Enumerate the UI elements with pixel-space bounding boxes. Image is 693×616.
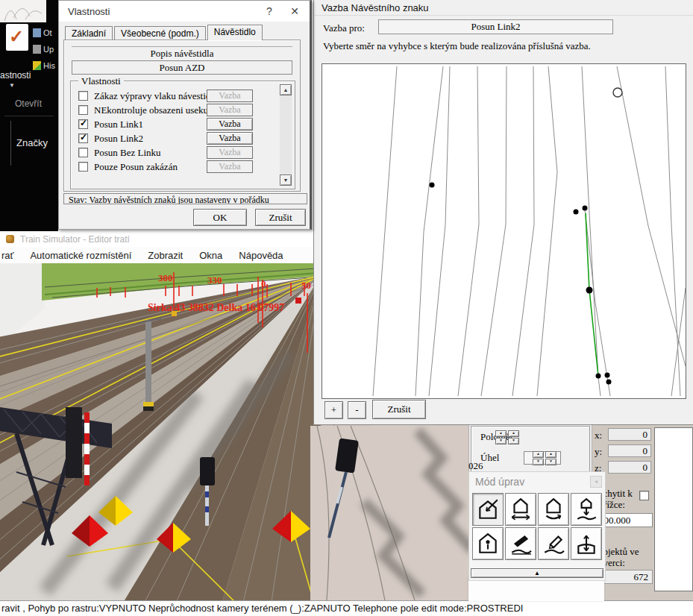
snap-checkbox[interactable] [639, 491, 649, 500]
tool-paint-terrain-button[interactable] [538, 527, 569, 560]
tool-move-button[interactable] [505, 493, 536, 526]
properties-groupbox: Vlastnosti Zákaz výpravy vlaku návestidl… [70, 81, 295, 189]
geometry-groupbox: Poloměr ▲▼ ▲▼ Úhel ▲▼ ▲▼ [471, 426, 590, 478]
menu-item-windows[interactable]: Okna [199, 250, 222, 261]
zoom-in-button[interactable]: + [324, 401, 343, 419]
spin-up-button[interactable]: ▲ [495, 430, 507, 437]
checkbox[interactable] [78, 162, 88, 172]
property-label: Posun Link2 [94, 133, 143, 145]
y-label: y: [595, 446, 602, 458]
radius-spinners: ▲▼ ▲▼ [495, 430, 519, 444]
tool-rotate-button[interactable] [538, 493, 569, 526]
vazba-button[interactable]: Vazba [207, 89, 253, 102]
panel-header-button[interactable]: ◂ [590, 476, 602, 488]
tab-page: Popis návěstidla Posun AZD Vlastnosti Zá… [63, 40, 301, 192]
properties-icon[interactable]: ✓ [6, 24, 28, 51]
spin-up-button[interactable]: ▲ [508, 430, 519, 437]
zoom-out-button[interactable]: - [348, 401, 366, 419]
y-value: 0 [608, 444, 651, 457]
track-diagram-svg [322, 64, 686, 398]
checkbox[interactable] [78, 148, 88, 157]
app-icon [6, 235, 14, 243]
scroll-down-button[interactable]: ▼ [280, 175, 292, 186]
spin-down-button[interactable]: ▼ [533, 459, 544, 465]
tab-zakladni[interactable]: Základní [65, 26, 113, 40]
spin-up-button[interactable]: ▲ [533, 451, 544, 458]
status-text: ravit , Pohyb po rastru:VYPNUTO Neprůcho… [1, 603, 523, 614]
divider [10, 121, 11, 166]
tab-strip: Základní Všeobecné (podm.) Návěstidlo [65, 25, 264, 40]
tool-adjust-height-button[interactable] [571, 527, 602, 560]
angle-spinners: ▲▼ ▲▼ [533, 451, 556, 465]
vazba-button[interactable]: Vazba [207, 146, 253, 159]
vazba-button[interactable]: Vazba [207, 160, 253, 173]
open-item-1[interactable]: Ot [33, 28, 52, 37]
tool-grid [472, 493, 602, 560]
ok-button[interactable]: OK [193, 209, 247, 226]
checkbox[interactable] [78, 105, 88, 115]
spin-down-button[interactable]: ▼ [495, 438, 507, 444]
spin-down-button[interactable]: ▼ [545, 459, 556, 465]
signal-description-label: Popis návěstidla [64, 48, 300, 60]
tool-select-button[interactable] [472, 493, 504, 526]
tab-navestidlo[interactable]: Návěstidlo [207, 25, 263, 40]
properties-dialog-title: Vlastnosti [68, 6, 110, 17]
menu-item-view[interactable]: Zobrazit [148, 250, 183, 261]
edit-mode-title: Mód úprav [475, 476, 524, 488]
z-value: 0 [608, 461, 651, 474]
spin-up-button[interactable]: ▲ [545, 451, 556, 458]
help-button[interactable]: ? [260, 4, 278, 19]
property-label: Zákaz výpravy vlaku návestidlem [94, 90, 225, 102]
vazba-dialog: Vazba Návěstního znaku Vazba pro: Posun … [313, 0, 693, 425]
rotate-house-icon [542, 497, 565, 521]
track-diagram[interactable] [322, 63, 686, 399]
scroll-up-button[interactable]: ▲ [280, 84, 292, 95]
left-app-panel: ✓ astnosti ▼ Ot Up His Otevřít Značky [0, 0, 58, 231]
divider [4, 116, 54, 116]
property-row: Pouze Posun zakázán Vazba [78, 160, 274, 174]
vazba-cancel-button[interactable]: Zrušit [372, 400, 426, 419]
menu-item-trat[interactable]: rať [1, 250, 13, 261]
vazba-button[interactable]: Vazba [207, 118, 253, 131]
open-item-3[interactable]: His [33, 61, 55, 70]
clipped-list-fragment: 026 [468, 460, 483, 472]
menu-item-auto-placement[interactable]: Automatické rozmístění [30, 250, 131, 261]
checkbox[interactable] [78, 119, 88, 129]
close-icon[interactable]: ✕ [286, 4, 304, 19]
divider [72, 46, 292, 47]
pencil-terrain-icon [542, 532, 565, 556]
tool-drop-to-terrain-button[interactable] [571, 493, 602, 526]
tool-object-info-button[interactable] [472, 527, 504, 560]
vazba-button[interactable]: Vazba [207, 132, 253, 145]
properties-dialog-titlebar: Vlastnosti ? ✕ [59, 1, 310, 22]
property-label: Posun Link1 [94, 119, 143, 131]
property-row: Zákaz výpravy vlaku návestidlem Vazba [78, 89, 274, 103]
drop-house-icon [574, 497, 598, 521]
property-label: Pouze Posun zakázán [94, 161, 178, 173]
panel-collapse-button[interactable]: ▲ [471, 568, 603, 578]
vazba-button[interactable]: Vazba [207, 104, 253, 116]
property-label: NEkontroluje obsazeni useku [94, 104, 208, 116]
tab-vseobecne[interactable]: Všeobecné (podm.) [114, 26, 206, 40]
x-label: x: [595, 430, 602, 441]
node-marker-circle [613, 88, 622, 97]
select-house-icon [476, 497, 500, 521]
status-line: Stav: Vazby návěstních znaků jsou nastav… [63, 193, 307, 204]
selected-direction-line [586, 213, 598, 376]
open-item-2[interactable]: Up [33, 45, 54, 54]
checkbox[interactable] [78, 133, 88, 143]
side-panel-blank [654, 427, 693, 591]
checkbox[interactable] [78, 91, 88, 101]
vazba-pro-value: Posun Link2 [378, 19, 613, 34]
menu-item-help[interactable]: Nápověda [239, 250, 283, 261]
scrollbar[interactable]: ▲ ▼ [280, 84, 292, 186]
property-label: Posun Bez Linku [94, 147, 161, 159]
open-item-icon [33, 28, 41, 37]
scene-coords-text: Sirka 43 38832 Delka 16 07997 [148, 302, 284, 314]
tool-cut-terrain-button[interactable] [505, 527, 536, 560]
chevron-down-icon[interactable]: ▼ [9, 82, 15, 89]
cancel-button[interactable]: Zrušit [255, 209, 306, 226]
properties-dialog: Vlastnosti ? ✕ Základní Všeobecné (podm.… [58, 0, 312, 230]
properties-button[interactable]: astnosti [0, 70, 34, 81]
spin-down-button[interactable]: ▼ [508, 438, 519, 444]
